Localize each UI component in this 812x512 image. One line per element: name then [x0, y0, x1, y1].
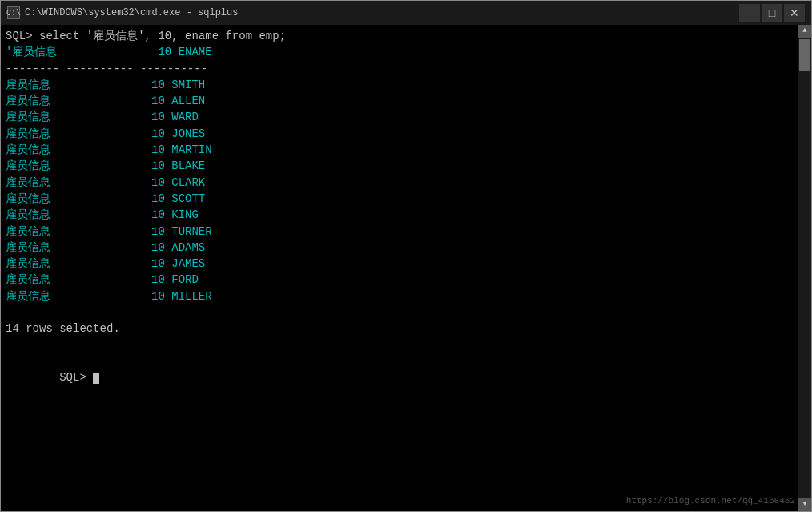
- scroll-track[interactable]: [798, 38, 811, 498]
- watermark: https://blog.csdn.net/qq_4168462: [626, 495, 795, 508]
- query-line: SQL> select '雇员信息', 10, ename from emp;: [6, 28, 792, 44]
- scrollbar[interactable]: ▲ ▼: [798, 25, 811, 511]
- window-controls: — □ ✕: [739, 4, 805, 22]
- maximize-button[interactable]: □: [762, 4, 782, 22]
- row-6: 雇员信息 10 BLAKE: [6, 158, 792, 174]
- row-11: 雇员信息 10 ADAMS: [6, 240, 792, 256]
- prompt-text: SQL>: [59, 371, 93, 384]
- cmd-icon: C:\: [7, 6, 20, 19]
- row-10: 雇员信息 10 TURNER: [6, 224, 792, 240]
- terminal[interactable]: SQL> select '雇员信息', 10, ename from emp; …: [1, 25, 811, 511]
- blank-line: [6, 304, 792, 321]
- scroll-thumb[interactable]: [799, 39, 810, 71]
- row-5: 雇员信息 10 MARTIN: [6, 142, 792, 158]
- row-8: 雇员信息 10 SCOTT: [6, 191, 792, 207]
- row-1: 雇员信息 10 SMITH: [6, 77, 792, 93]
- scroll-down-arrow[interactable]: ▼: [798, 498, 811, 511]
- row-14: 雇员信息 10 MILLER: [6, 288, 792, 304]
- row-12: 雇员信息 10 JAMES: [6, 256, 792, 272]
- minimize-button[interactable]: —: [739, 4, 760, 22]
- row-7: 雇员信息 10 CLARK: [6, 175, 792, 191]
- title-bar-left: C:\ C:\WINDOWS\system32\cmd.exe - sqlplu…: [7, 6, 238, 19]
- window-title: C:\WINDOWS\system32\cmd.exe - sqlplus: [25, 7, 238, 18]
- blank-line-2: [6, 337, 792, 353]
- row-2: 雇员信息 10 ALLEN: [6, 93, 792, 109]
- row-3: 雇员信息 10 WARD: [6, 109, 792, 125]
- row-13: 雇员信息 10 FORD: [6, 272, 792, 288]
- title-bar: C:\ C:\WINDOWS\system32\cmd.exe - sqlplu…: [1, 1, 811, 25]
- data-rows: 雇员信息 10 SMITH 雇员信息 10 ALLEN 雇员信息 10 WARD…: [6, 77, 792, 304]
- separator-line: -------- ---------- ----------: [6, 61, 792, 77]
- cmd-window: C:\ C:\WINDOWS\system32\cmd.exe - sqlplu…: [0, 0, 812, 512]
- row-9: 雇员信息 10 KING: [6, 207, 792, 223]
- close-button[interactable]: ✕: [784, 4, 805, 22]
- result-line: 14 rows selected.: [6, 321, 792, 337]
- header-line: '雇员信息 10 ENAME: [6, 44, 792, 60]
- sql-prompt-line: SQL>: [6, 353, 792, 402]
- terminal-content: SQL> select '雇员信息', 10, ename from emp; …: [6, 28, 806, 508]
- cursor: [93, 373, 99, 384]
- row-4: 雇员信息 10 JONES: [6, 126, 792, 142]
- scroll-up-arrow[interactable]: ▲: [798, 25, 811, 38]
